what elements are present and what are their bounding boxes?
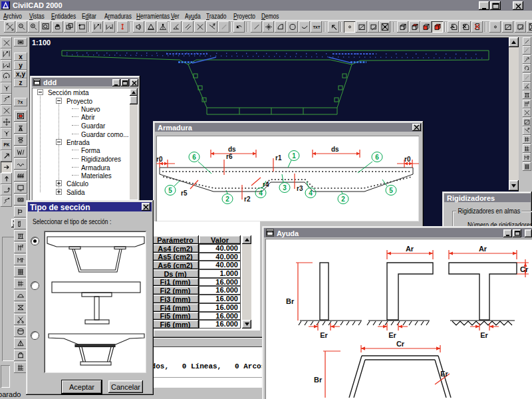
svg-text:PK: PK [3,142,9,147]
svg-text:1: 1 [292,152,296,160]
svg-text:6: 6 [375,154,379,161]
svg-text:2: 2 [341,196,345,203]
svg-text:4: 4 [309,190,313,197]
svg-text:r0: r0 [404,156,411,163]
svg-text:5: 5 [168,187,172,194]
svg-text:Cr: Cr [520,265,529,273]
svg-text:Er: Er [388,331,396,339]
svg-text:TXT: TXT [313,25,320,29]
svg-text:r1: r1 [275,154,282,162]
svg-text:1:100: 1:100 [32,39,51,47]
svg-text:4: 4 [259,190,263,197]
svg-text:3: 3 [283,184,287,192]
svg-text:ds: ds [228,146,236,153]
svg-text:r2: r2 [244,196,251,203]
svg-text:r5: r5 [181,190,188,197]
svg-text:Er: Er [320,331,328,339]
svg-text:Br: Br [286,297,295,305]
svg-text:Br: Br [314,376,323,384]
svg-text:6: 6 [192,154,196,161]
svg-text:2: 2 [225,196,229,203]
svg-text:r3: r3 [297,185,303,192]
svg-text:?x: ?x [17,100,23,104]
svg-text:Ar: Ar [479,245,487,253]
svg-text:5: 5 [389,187,393,194]
svg-text:r4: r4 [263,181,269,188]
svg-text:Er: Er [480,331,488,339]
svg-text:ds: ds [331,146,339,153]
svg-text:r6: r6 [226,153,233,160]
svg-text:Ar: Ar [406,245,414,253]
svg-text:Cr: Cr [396,340,405,348]
svg-text:r0: r0 [156,156,163,163]
svg-text:Er: Er [440,370,448,378]
